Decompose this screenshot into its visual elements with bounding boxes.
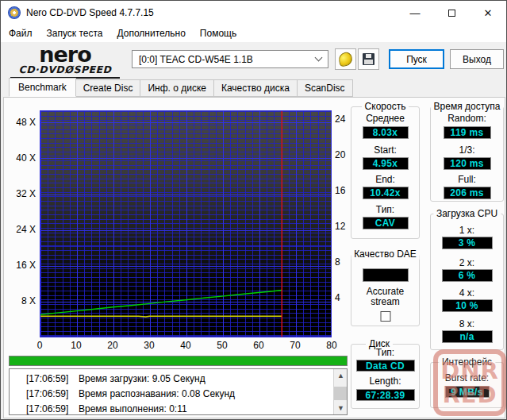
menu-run-test[interactable]: Запуск теста bbox=[40, 25, 110, 42]
app-window: Nero CD-DVD Speed 4.7.7.15 — ✕ Файл Запу… bbox=[0, 0, 507, 420]
log-text: Время распознавания: 0.08 Секунд bbox=[79, 387, 235, 402]
dnr-red-watermark: DNR RED bbox=[433, 349, 506, 416]
type-label: Тип: bbox=[351, 204, 419, 215]
scroll-down-icon[interactable]: ▼ bbox=[334, 402, 348, 414]
log-scrollbar[interactable]: ▲ ▼ bbox=[333, 369, 347, 414]
tab-benchmark[interactable]: Benchmark bbox=[9, 78, 76, 97]
cpu-1x-label: 1 x: bbox=[431, 225, 503, 236]
menu-help[interactable]: Помощь bbox=[193, 25, 244, 42]
left-axis-tick: 24 X bbox=[1, 224, 36, 235]
logo-cd-text: CD·DVD bbox=[19, 64, 65, 75]
tab-disc-quality[interactable]: Качество диска bbox=[213, 79, 298, 97]
full-label: Full: bbox=[431, 174, 503, 185]
left-axis-tick: 32 X bbox=[1, 188, 36, 199]
cpu-4x-label: 4 x: bbox=[431, 287, 503, 299]
drive-select[interactable]: [0:0] TEAC CD-W54E 1.1B bbox=[132, 50, 328, 68]
logo-speed-text: SPEED bbox=[73, 64, 111, 75]
average-label: Среднее bbox=[351, 113, 419, 124]
scrollbar-thumb[interactable] bbox=[334, 387, 348, 400]
watermark-line1: DNR bbox=[440, 359, 499, 383]
x-axis-tick: 70 bbox=[283, 340, 307, 351]
average-speed-display: 8.03x bbox=[363, 126, 409, 139]
progress-bar bbox=[9, 356, 348, 366]
cpu-8x-label: 8 x: bbox=[431, 318, 503, 329]
disc-length-label: Length: bbox=[351, 376, 419, 387]
start-speed-display: 4.95x bbox=[363, 157, 409, 170]
tab-disc-info[interactable]: Инф. о диске bbox=[140, 79, 214, 97]
speed-panel-title: Скорость bbox=[362, 101, 409, 112]
minimize-button[interactable]: — bbox=[397, 1, 433, 25]
left-axis-tick: 16 X bbox=[1, 260, 36, 271]
log-text: Время выполнения: 0:11 bbox=[79, 402, 187, 415]
disc-glyph-icon: Ø bbox=[64, 64, 73, 75]
x-axis-tick: 80 bbox=[320, 340, 344, 351]
close-icon: ✕ bbox=[484, 7, 493, 19]
log-line: [17:06:59] Время распознавания: 0.08 Сек… bbox=[10, 387, 347, 402]
toolbar: nero CD·DVDØSPEED [0:0] TEAC CD-W54E 1.1… bbox=[1, 42, 506, 79]
cpu-2x-display: 6 % bbox=[442, 269, 493, 282]
dae-panel: Качество DAE Accurate stream bbox=[351, 254, 420, 326]
log-timestamp: [17:06:59] bbox=[26, 402, 79, 415]
accurate-stream-label2: stream bbox=[351, 296, 419, 307]
save-icon bbox=[363, 53, 374, 65]
maximize-icon bbox=[448, 10, 455, 17]
minimize-icon: — bbox=[410, 7, 421, 19]
progress-fill bbox=[10, 356, 347, 365]
cpu-panel: Загрузка CPU 1 x: 3 % 2 x: 6 % 4 x: 10 %… bbox=[430, 214, 504, 350]
log-list[interactable]: [17:06:59] Время загрузки: 9.05 Секунд [… bbox=[9, 368, 348, 415]
end-label: End: bbox=[351, 174, 419, 185]
cpu-4x-display: 10 % bbox=[442, 299, 493, 312]
random-label: Random: bbox=[431, 113, 503, 124]
watermark-line2: RED bbox=[442, 383, 497, 407]
left-axis-tick: 8 X bbox=[1, 295, 36, 306]
exit-button[interactable]: Выход bbox=[450, 49, 504, 69]
cpu-1x-display: 3 % bbox=[442, 237, 493, 249]
speed-panel: Скорость Среднее 8.03x Start: 4.95x End:… bbox=[351, 106, 420, 239]
nero-logo: nero CD·DVDØSPEED bbox=[10, 45, 120, 79]
x-axis-tick: 60 bbox=[247, 340, 271, 351]
third-label: 1/3: bbox=[431, 144, 503, 156]
cpu-panel-title: Загрузка CPU bbox=[433, 208, 501, 219]
maximize-button[interactable] bbox=[433, 1, 470, 25]
menu-advanced[interactable]: Дополнительно bbox=[109, 25, 192, 42]
dae-quality-display bbox=[363, 268, 409, 282]
tab-create-disc[interactable]: Create Disc bbox=[75, 79, 141, 97]
cpu-8x-display: n/a bbox=[442, 330, 493, 343]
disc-type-label: Тип: bbox=[351, 347, 419, 358]
nero-logo-text: nero bbox=[10, 45, 120, 64]
start-button[interactable]: Пуск bbox=[389, 49, 444, 69]
menu-bar: Файл Запуск теста Дополнительно Помощь bbox=[1, 25, 506, 42]
window-title: Nero CD-DVD Speed 4.7.7.15 bbox=[26, 7, 154, 18]
x-axis-tick: 10 bbox=[64, 340, 88, 351]
read-type-display: CAV bbox=[363, 217, 409, 229]
benchmark-chart bbox=[40, 110, 332, 337]
third-access-display: 120 ms bbox=[444, 157, 491, 170]
x-axis-tick: 40 bbox=[174, 340, 198, 351]
log-text: Время загрузки: 9.05 Секунд bbox=[79, 372, 205, 387]
access-time-title: Время доступа bbox=[431, 101, 504, 112]
accurate-stream-label: Accurate bbox=[351, 286, 419, 297]
x-axis-tick: 0 bbox=[28, 340, 52, 351]
save-button[interactable] bbox=[358, 48, 379, 70]
x-axis-tick: 50 bbox=[210, 340, 234, 351]
full-access-display: 206 ms bbox=[444, 187, 491, 199]
scroll-up-icon[interactable]: ▲ bbox=[334, 369, 348, 382]
left-axis-tick: 48 X bbox=[1, 117, 36, 128]
chevron-down-icon bbox=[315, 54, 323, 62]
dae-panel-title: Качество DAE bbox=[351, 249, 420, 260]
cpu-2x-label: 2 x: bbox=[431, 257, 503, 268]
log-timestamp: [17:06:59] bbox=[26, 372, 79, 387]
app-cd-icon bbox=[8, 6, 21, 19]
tab-scandisc[interactable]: ScanDisc bbox=[297, 79, 353, 97]
options-button[interactable] bbox=[335, 48, 356, 70]
end-speed-display: 10.42x bbox=[363, 187, 409, 199]
x-axis-tick: 30 bbox=[137, 340, 161, 351]
options-icon bbox=[337, 51, 353, 67]
accurate-stream-checkbox[interactable] bbox=[380, 311, 390, 322]
log-line: [17:06:59] Время загрузки: 9.05 Секунд bbox=[10, 372, 347, 387]
close-button[interactable]: ✕ bbox=[470, 1, 506, 25]
tab-strip: Benchmark Create Disc Инф. о диске Качес… bbox=[9, 79, 352, 97]
drive-select-value: [0:0] TEAC CD-W54E 1.1B bbox=[139, 54, 253, 65]
disc-panel: Диск Тип: Data CD Length: 67:28.39 bbox=[351, 344, 420, 409]
menu-file[interactable]: Файл bbox=[2, 25, 40, 42]
